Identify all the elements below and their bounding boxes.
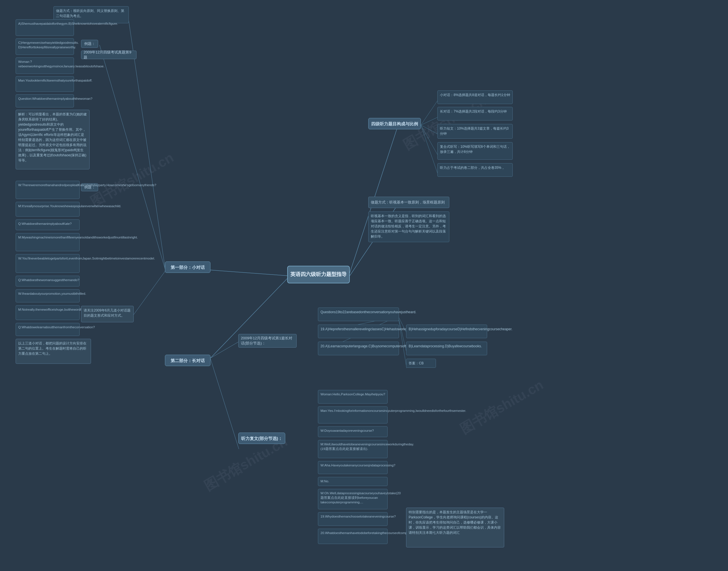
lt3-label: W:Doyouwantadayoreveningcourse?	[320, 429, 374, 432]
lt4: M:Well,itwouldhavetobeaneveningcoursesin…	[318, 440, 388, 458]
note-bottom: 特别需要指出的是，本题发生的主题场景是在大学一ParksonCollege，学生…	[406, 507, 504, 547]
lt4-label: M:Well,itwouldhavetobeaneveningcoursesin…	[320, 443, 414, 451]
lt9: 20.Whatdoesthemanhavetodobeforetakingthe…	[318, 529, 388, 544]
long-dialog-q20: B)Learndataprocessing.D)Buyafewcourseboo…	[406, 342, 487, 355]
long-dialog-1: W:ThereweremorethanahandredpeopleatKate'…	[16, 181, 80, 199]
part1-example-title: 例题：	[81, 40, 98, 48]
composition-title-label: 四级听力题目构成与比例	[371, 121, 418, 127]
long-dialog-6-label: Q:Whatdoesthewomansuggestthemando?	[18, 278, 79, 282]
svg-line-9	[421, 100, 438, 125]
dialog-man-label: Man:YoulookternificItseemsthatyoureforth…	[18, 79, 92, 82]
long-dialog-1-label: W:ThereweremorethanahandredpeopleatKate'…	[18, 183, 156, 187]
comp-item-1: 小对话：8%选择题共8道对话，每题长约1分钟	[437, 90, 513, 104]
lt7-label: W:Oh.Well,dataprocessingisacourseyouhave…	[320, 491, 401, 504]
section-part2-label: 第二部分：长对话	[171, 358, 205, 363]
lt7: W:Oh.Well,dataprocessingisacourseyouhave…	[318, 489, 388, 509]
part1-year: 2009年12月四级考试真题第9题	[81, 50, 136, 59]
long-dialog-example-label: 2009年12月四级考试第1篇长对话(部分节选)：	[241, 336, 294, 346]
svg-line-0	[210, 270, 287, 276]
dialog-cd-label: C)Hergymexercisehasyieldedgoodresults. D…	[18, 41, 79, 49]
section-part1: 第一部分：小对话	[165, 261, 210, 273]
answer-label: 答案：CB	[406, 359, 436, 368]
long-dialog-8: M:Notreally.thenewofficeishuge,butthewor…	[16, 305, 80, 320]
comp-item-3-label: 听力短文：10%选择题共3篇文章，每篇长约3分钟	[440, 126, 508, 136]
long-dialog-q19b: B)HehassignedupforadaycourseD)Hefindsthe…	[406, 325, 487, 338]
dialog-woman: Woman？vebeenworkingoutthegymsinceJanuary…	[16, 58, 74, 74]
part1-summary: 以上三道小对话，都把问题的设计方向安排在第二句的位置上。考生在解题时需将自己的听…	[16, 339, 91, 364]
canvas: 图书馆shitu.cn 图书馆shitu.cn 图书馆shitu.cn 图书馆s…	[0, 0, 728, 571]
long-dialog-q20a-label: 20.A)Learnacomputerlanguage.C)Buysomecom…	[320, 344, 414, 348]
lt1-label: Woman:Hello,ParksonCollege.Mayihelpyou?	[320, 392, 385, 396]
part1-attention-label: 请关注2009年6月几道小对话题目的题文形式和应对方式。	[84, 308, 130, 318]
part1-attention: 请关注2009年6月几道小对话题目的题文形式和应对方式。	[81, 306, 134, 322]
method-detail: 听视基本一致的含义是指，听到的词汇和看到的选项应基本一致。听题应善于正确选项。这…	[368, 212, 449, 242]
comp-item-2-label: 长对话：7%选择题共2段对话，每段约3分钟	[440, 109, 507, 113]
center-label: 英语四六级听力题型指导	[290, 271, 347, 278]
dialog-cd: C)Hergymexercisehasyieldedgoodresults. D…	[16, 38, 74, 55]
svg-line-12	[421, 125, 438, 155]
long-dialog-questions-label: Questions19to22arebasedontheconversation…	[320, 310, 416, 314]
lt5-label: W:Aha.Haveyoutakenanycoursesjndataproces…	[320, 464, 395, 467]
long-dialog-q19b-label: B)HehassignedupforadaycourseD)Hefindsthe…	[409, 327, 512, 331]
long-dialog-9-label: Q:Whatdowelearnaboutthemanfromtheconvers…	[18, 325, 95, 329]
comp-item-1-label: 小对话：8%选择题共8道对话，每题长约1分钟	[440, 93, 510, 97]
long-dialog-questions: Questions19to22arebasedontheconversation…	[318, 308, 399, 321]
composition-title: 四级听力题目构成与比例	[368, 118, 421, 129]
long-dialog-2-label: M:It'sreallynosurprise.Youknowshewaspopu…	[18, 204, 121, 208]
long-dialog-3-label: Q:WhatdoesthemanimplyaboutKate?	[18, 222, 72, 225]
long-dialog-5: W:You'llneverbeabletogetpartsforit,evenf…	[16, 254, 80, 273]
svg-line-5	[100, 45, 165, 268]
lt6: M:No.	[318, 477, 388, 486]
long-dialog-3: Q:WhatdoesthemanimplyaboutKate?	[16, 219, 80, 230]
lt1: Woman:Hello,ParksonCollege.Mayihelpyou?	[318, 390, 388, 404]
lt8-label: 19.Whydoesthemanchoosetotakeaneveningcou…	[320, 515, 396, 518]
svg-line-11	[421, 125, 438, 134]
part1-method-label: 做题方式：视听反向原则、同义替换原则、第二句话题为考点。	[56, 9, 124, 18]
comp-item-2: 长对话：7%选择题共2段对话，每段约3分钟	[437, 107, 513, 120]
part1-year-label: 2009年12月四级考试真题第9题	[84, 50, 134, 60]
long-dialog-q20-label: B)Learndataprocessing.D)Buyafewcourseboo…	[409, 344, 482, 348]
svg-line-13	[421, 125, 438, 175]
long-dialog-6: Q:Whatdoesthewomansuggestthemando?	[16, 276, 80, 287]
watermark-1: 图书馆shitu.cn	[87, 148, 177, 211]
svg-line-18	[398, 316, 407, 368]
note-bottom-label: 特别需要指出的是，本题发生的主题场景是在大学一ParksonCollege，学生…	[409, 510, 501, 535]
long-dialog-4-label: M:Mywashingmachineismorethanfifteenyears…	[18, 236, 138, 239]
comp-item-4-label: 复合式听写：10%听写填写8个单词和三句话，放录三遍，共计8分钟	[440, 145, 510, 154]
dialog-question-label: Question:Whatdoesthemanimplyabouththewom…	[18, 97, 92, 100]
long-dialog-4: M:Mywashingmachineismorethanfifteenyears…	[16, 233, 80, 251]
dialog-ab: A)Shemusthavepaidalotforthegym.B)Sheikno…	[16, 19, 74, 36]
comp-item-5: 听力占于考试的卷二部分，共占全卷35%，	[437, 163, 513, 177]
long-dialog-2: M:It'sreallynosurprise.Youknowshewaspopu…	[16, 202, 80, 217]
lt5: W:Aha.Haveyoutakenanycoursesjndataproces…	[318, 461, 388, 474]
section-part2: 第二部分：长对话	[165, 355, 210, 366]
long-dialog-q19: 19.A)HeprefersthesmallerevelingclassesC)…	[318, 325, 399, 338]
section-part1-label: 第一部分：小对话	[171, 264, 205, 270]
method-title-label: 做题方式：听视基本一致原则，场景框题原则	[371, 200, 445, 205]
long-dialog-7: W:Iheardaboutyourpromotion,youmustbthril…	[16, 289, 80, 303]
dialog-man: Man:YoulookternificItseemsthatyoureforth…	[16, 76, 74, 92]
part1-analysis-label: 解析：可以明显看出，本题的答案为C(她的健身房联系获得了好的结果)。yielde…	[18, 112, 87, 162]
lt2: Man:Yes.I'mlookingforinformationoncourse…	[318, 407, 388, 424]
comp-item-3: 听力短文：10%选择题共3篇文章，每篇长约3分钟	[437, 124, 513, 139]
dialog-ab-label: A)Shemusthavepaidalotforthegym.B)Sheikno…	[18, 22, 118, 25]
comp-item-5-label: 听力占于考试的卷二部分，共占全卷35%，	[440, 166, 505, 170]
part1-example-title-label: 例题：	[84, 41, 95, 46]
lt6-label: M:No.	[320, 479, 329, 483]
long-dialog-5-label: W:You'llneverbeabletogetpartsforit,evenf…	[18, 257, 155, 260]
long-dialog-example: 2009年12月四级考试第1篇长对话(部分节选)：	[238, 334, 297, 348]
lt2-label: Man:Yes.I'mlookingforinformationoncourse…	[320, 409, 466, 413]
long-dialog-q20a: 20.A)Learnacomputerlanguage.C)Buysomecom…	[318, 342, 399, 355]
watermark-3: 图书馆shitu.cn	[457, 376, 546, 438]
long-dialog-9: Q:Whatdowelearnaboutthemanfromtheconvers…	[16, 323, 80, 336]
svg-line-7	[210, 342, 239, 358]
svg-line-6	[134, 271, 165, 315]
section-part3: 听力复文(部分节选)：	[238, 433, 285, 444]
section-part3-label: 听力复文(部分节选)：	[241, 435, 282, 441]
center-node: 英语四六级听力题型指导	[287, 266, 350, 283]
part1-summary-label: 以上三道小对话，都把问题的设计方向安排在第二句的位置上。考生在解题时需将自己的听…	[18, 341, 87, 356]
long-dialog-7-label: W:Iheardaboutyourpromotion,youmustbthril…	[18, 292, 86, 295]
dialog-woman-label: Woman？vebeenworkingoutthegymsinceJanuary…	[18, 60, 104, 68]
part1-analysis: 解析：可以明显看出，本题的答案为C(她的健身房联系获得了好的结果)。yielde…	[16, 110, 90, 169]
answer-label-text: 答案：CB	[409, 361, 424, 366]
